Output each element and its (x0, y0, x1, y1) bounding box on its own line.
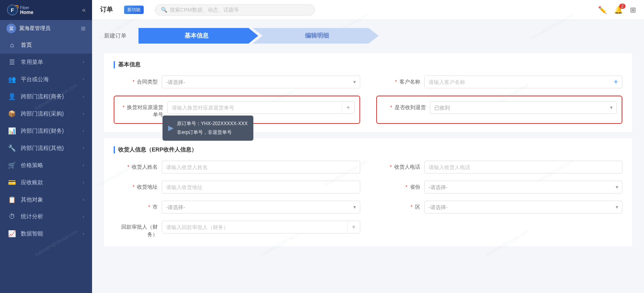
payment-approver-input[interactable] (162, 221, 347, 233)
wrench-icon: 🔧 (8, 144, 16, 152)
received-return-select[interactable]: 已收到 未收到 (430, 101, 617, 114)
sidebar-item-other[interactable]: 📋 其他对象 › (0, 191, 92, 208)
tooltip-arrow-icon: ▶ (168, 122, 174, 134)
receiver-name-label: * 收货人姓名 (114, 161, 158, 171)
user-bar: 翼 翼海星管理员 ⊞ (0, 20, 92, 37)
city-select[interactable]: -请选择- (162, 201, 360, 213)
exchange-order-highlight-box: * 换货对应原退货单号 + ▶ 原订单号：YHX-202XXXXX-XXX (114, 96, 360, 124)
sidebar-item-cross-biz[interactable]: 👤 跨部门流程(商务) › (0, 88, 92, 105)
sidebar-item-stats[interactable]: ⏱ 统计分析 › (0, 208, 92, 225)
chevron-right-icon: › (83, 197, 84, 202)
chevron-right-icon: › (83, 146, 84, 150)
sidebar-item-label: 平台或公海 (21, 76, 83, 83)
receiver-address-input[interactable] (162, 181, 360, 193)
contract-type-select[interactable]: -请选择- (162, 76, 360, 88)
receiver-info-section: 收货人信息（ERP收件人信息） * 收货人姓名 * 收货人电话 (104, 138, 632, 246)
sidebar-item-label: 统计分析 (21, 213, 83, 220)
province-select[interactable]: -请选择- (424, 181, 623, 193)
chevron-right-icon: › (83, 77, 84, 82)
sidebar-item-label: 跨部门流程(其他) (21, 145, 83, 152)
new-feature-badge: 新功能 (124, 6, 144, 14)
sidebar-item-label: 跨部门流程(财务) (21, 128, 83, 135)
notification-btn[interactable]: 🔔 2 (614, 6, 623, 14)
exchange-order-add-btn[interactable]: + (342, 102, 354, 114)
home-icon: ⌂ (8, 42, 16, 49)
people-icon: 👥 (8, 76, 16, 83)
page-title: 订单 (100, 6, 113, 14)
exchange-order-input-wrapper: + (167, 101, 355, 114)
received-return-highlight-box: * 是否收到退货 已收到 未收到 ▼ (376, 96, 623, 124)
grid-menu-btn[interactable]: ⊞ (630, 6, 636, 14)
customer-name-input[interactable] (425, 76, 610, 88)
required-star: * (390, 104, 392, 110)
search-icon: 🔍 (161, 7, 167, 13)
sidebar-item-data[interactable]: 📈 数据智能 › (0, 225, 92, 242)
received-return-wrapper: 已收到 未收到 ▼ (430, 101, 617, 114)
chevron-right-icon: › (83, 94, 84, 99)
required-star: * (122, 104, 124, 110)
sidebar-item-platform[interactable]: 👥 平台或公海 › (0, 71, 92, 88)
receiver-name-input[interactable] (162, 161, 360, 173)
sidebar-item-price[interactable]: 🛒 价格策略 › (0, 157, 92, 174)
province-row: * 省份 -请选择- ▼ (376, 181, 623, 193)
tooltip-line1: 原订单号：YHX-202XXXXX-XXX (177, 120, 248, 128)
receiver-name-row: * 收货人姓名 (114, 161, 360, 173)
required-star: * (395, 79, 397, 85)
sidebar-item-common-menu[interactable]: ☰ 常用菜单 › (0, 54, 92, 71)
chevron-right-icon: › (83, 231, 84, 236)
basic-info-title: 基本信息 (114, 61, 622, 68)
sidebar-item-label: 常用菜单 (21, 59, 83, 66)
logo: F Fiber Home (6, 4, 50, 16)
content-area: liubowen@yhistar.comliubowen@yhistar.com… (92, 20, 644, 293)
sidebar-item-receivable[interactable]: 💳 应收账款 › (0, 174, 92, 191)
payment-approver-add-btn[interactable]: + (347, 221, 359, 233)
sidebar-collapse-btn[interactable]: « (82, 6, 86, 14)
required-star: * (127, 164, 129, 170)
sidebar-item-label: 其他对象 (21, 196, 83, 203)
sidebar-item-cross-purchase[interactable]: 📦 跨部门流程(采购) › (0, 105, 92, 122)
grid-icon[interactable]: ⊞ (81, 25, 86, 32)
main-area: 订单 新功能 🔍 搜索CRM数据、动态、话题等 ✏️ 🔔 2 ⊞ liubowe… (92, 0, 644, 293)
step-tabs: 基本信息 编辑明细 (138, 28, 379, 44)
tooltip-line2: 非erp订单号，非退货单号 (177, 128, 248, 137)
sidebar-item-label: 应收账款 (21, 179, 83, 186)
contract-type-wrapper: -请选择- ▼ (162, 76, 360, 88)
receiver-address-row: * 收货地址 (114, 181, 360, 193)
district-select-wrapper: -请选择- ▼ (424, 201, 623, 213)
svg-text:F: F (11, 7, 14, 13)
payment-approver-wrapper: + (162, 221, 360, 233)
sidebar-item-home[interactable]: ⌂ 首页 (0, 37, 92, 54)
box-icon: 📦 (8, 110, 16, 118)
tab-basic-info[interactable]: 基本信息 (138, 28, 258, 44)
sidebar-item-cross-other[interactable]: 🔧 跨部门流程(其他) › (0, 140, 92, 157)
receiver-phone-input[interactable] (424, 161, 623, 173)
sidebar-item-label: 首页 (21, 42, 84, 49)
district-row: * 区 -请选择- ▼ (376, 201, 623, 213)
exchange-order-input[interactable] (168, 102, 342, 114)
chevron-right-icon: › (83, 60, 84, 64)
tooltip-box: ▶ 原订单号：YHX-202XXXXX-XXX 非erp订单号，非退货单号 (163, 116, 253, 141)
tab-edit-detail[interactable]: 编辑明细 (253, 28, 379, 44)
required-star: * (132, 184, 134, 190)
payment-approver-row: 回款审批人（财务） + (114, 221, 360, 238)
receiver-address-label: * 收货地址 (114, 181, 158, 191)
chevron-right-icon: › (83, 129, 84, 133)
customer-add-btn[interactable]: + (610, 78, 622, 86)
grid-menu-icon: ⊞ (630, 6, 636, 14)
sidebar-item-label: 跨部门流程(商务) (21, 93, 83, 100)
basic-info-section: 基本信息 * 合同类型 -请选择- ▼ (104, 53, 632, 132)
edit-icon-btn[interactable]: ✏️ (598, 6, 607, 14)
sidebar-item-label: 数据智能 (21, 230, 83, 237)
topbar: 订单 新功能 🔍 搜索CRM数据、动态、话题等 ✏️ 🔔 2 ⊞ (92, 0, 644, 20)
district-select[interactable]: -请选择- (424, 201, 623, 213)
city-label: * 市 (114, 201, 158, 211)
clipboard-icon: 📋 (8, 196, 16, 203)
sidebar-item-cross-finance[interactable]: 📊 跨部门流程(财务) › (0, 122, 92, 140)
receiver-info-title: 收货人信息（ERP收件人信息） (114, 146, 622, 153)
chevron-right-icon: › (83, 163, 84, 167)
search-bar[interactable]: 🔍 搜索CRM数据、动态、话题等 (155, 4, 315, 16)
contract-type-label: * 合同类型 (114, 76, 158, 86)
sidebar-item-label: 价格策略 (21, 162, 83, 169)
chevron-right-icon: › (83, 112, 84, 116)
chart-icon: 📊 (8, 127, 16, 135)
